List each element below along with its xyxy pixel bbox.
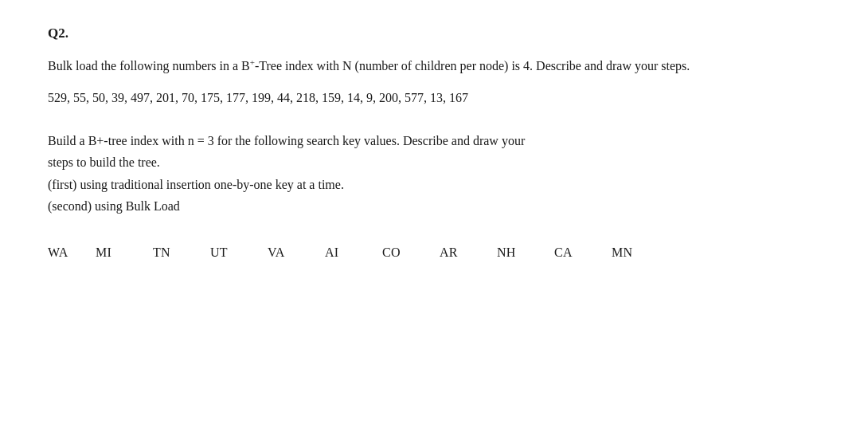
build-line-2: steps to build the tree. <box>48 151 820 173</box>
state-item-mi: MI <box>96 245 153 260</box>
state-item-ar: AR <box>440 245 497 260</box>
question-label: Q2. <box>48 26 820 41</box>
state-item-co: CO <box>382 245 440 260</box>
state-list: WAMITNUTVAAICOARNHCAMN <box>48 245 820 260</box>
state-item-ca: CA <box>554 245 612 260</box>
build-line-4: (second) using Bulk Load <box>48 195 820 217</box>
para1-text-after-sup: -Tree index with N (number of children p… <box>255 59 690 73</box>
state-item-ai: AI <box>325 245 382 260</box>
state-item-wa: WA <box>48 245 96 260</box>
build-line-3: (first) using traditional insertion one-… <box>48 174 820 195</box>
numbers-line: 529, 55, 50, 39, 497, 201, 70, 175, 177,… <box>48 88 820 108</box>
state-item-mn: MN <box>612 245 669 260</box>
para1-text-before-sup: Bulk load the following numbers in a B <box>48 59 250 73</box>
state-item-nh: NH <box>497 245 554 260</box>
state-item-ut: UT <box>210 245 268 260</box>
build-line-1: Build a B+-tree index with n = 3 for the… <box>48 130 820 151</box>
state-item-va: VA <box>268 245 325 260</box>
paragraph-bulk-load: Bulk load the following numbers in a B+-… <box>48 56 820 77</box>
state-item-tn: TN <box>153 245 210 260</box>
build-section: Build a B+-tree index with n = 3 for the… <box>48 130 820 217</box>
